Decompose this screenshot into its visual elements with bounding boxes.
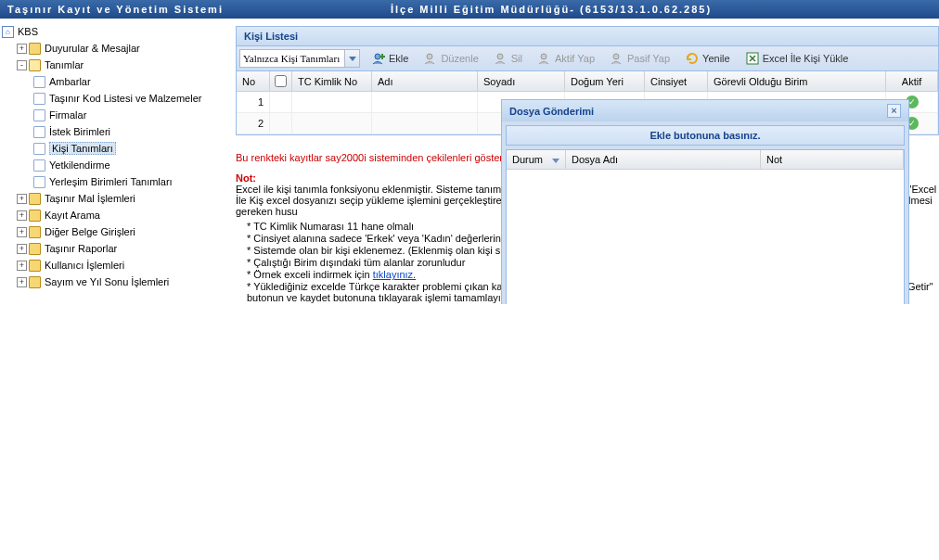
expand-icon[interactable]: +	[17, 210, 27, 221]
tree-leaf-yetki[interactable]: Yetkilendirme	[0, 156, 228, 172]
tree-leaf-kisi[interactable]: Kişi Tanımları	[0, 139, 228, 156]
panel-toolbar: Ekle Düzenle Sil Aktif Yap Pasif Yap Yen…	[237, 46, 938, 71]
folder-icon	[29, 43, 41, 55]
refresh-icon	[685, 51, 700, 66]
col-birim[interactable]: Görevli Olduğu Birim	[708, 71, 886, 91]
excel-icon	[745, 51, 760, 66]
page-icon	[33, 93, 45, 105]
page-icon	[33, 143, 45, 155]
user-add-icon	[371, 51, 386, 66]
app-header: Taşınır Kayıt ve Yönetim Sistemi İlçe Mi…	[0, 0, 939, 19]
excel-yukle-button[interactable]: Excel İle Kişi Yükle	[741, 49, 853, 68]
col-cinsiyet[interactable]: Cinsiyet	[645, 71, 708, 91]
tree-node-sayim[interactable]: +Sayım ve Yıl Sonu İşlemleri	[0, 273, 228, 289]
col-tckimlik[interactable]: TC Kimlik No	[292, 71, 372, 91]
col-dogum[interactable]: Doğum Yeri	[565, 71, 645, 91]
svg-point-1	[427, 54, 432, 59]
expand-icon[interactable]: +	[17, 44, 27, 54]
grid-header: No TC Kimlik No Adı Soyadı Doğum Yeri Ci…	[237, 71, 938, 92]
close-icon[interactable]: ×	[887, 104, 901, 118]
folder-icon	[29, 210, 41, 222]
folder-open-icon	[29, 59, 41, 71]
user-edit-icon	[423, 51, 438, 66]
ornek-excel-link[interactable]: tıklayınız.	[373, 269, 416, 280]
kbs-icon: ⌂	[2, 26, 14, 38]
tree-leaf-kodlistesi[interactable]: Taşınır Kod Listesi ve Malzemeler	[0, 89, 228, 106]
expand-icon[interactable]: +	[17, 244, 27, 254]
collapse-icon[interactable]: -	[17, 60, 27, 70]
svg-point-3	[541, 54, 547, 59]
aktif-yap-button: Aktif Yap	[534, 49, 598, 68]
tree-leaf-istek[interactable]: İstek Birimleri	[0, 122, 228, 139]
tree-leaf-firmalar[interactable]: Firmalar	[0, 106, 228, 122]
dialog-body: Durum Dosya Adı Not	[506, 149, 905, 304]
expand-icon[interactable]: +	[17, 194, 27, 204]
duzenle-button: Düzenle	[419, 49, 482, 68]
sil-button: Sil	[490, 49, 526, 68]
tree-leaf-ambarlar[interactable]: Ambarlar	[0, 72, 228, 89]
dialog-header[interactable]: Dosya Gönderimi ×	[502, 100, 908, 121]
col-ad[interactable]: Adı	[372, 71, 478, 91]
col-checkbox[interactable]	[270, 71, 292, 91]
folder-icon	[29, 276, 41, 288]
folder-icon	[29, 226, 41, 238]
expand-icon[interactable]: +	[17, 277, 27, 287]
user-passive-icon	[610, 51, 624, 66]
svg-point-2	[497, 54, 503, 59]
page-icon	[33, 176, 45, 188]
tree-node-diger[interactable]: +Diğer Belge Girişleri	[0, 223, 228, 239]
expand-icon[interactable]: +	[17, 261, 27, 271]
panel-title: Kişi Listesi	[237, 27, 938, 46]
filter-combo[interactable]	[239, 49, 360, 68]
folder-icon	[29, 193, 41, 205]
page-icon	[33, 109, 45, 121]
expand-icon[interactable]: +	[17, 227, 27, 237]
ekle-button[interactable]: Ekle	[367, 49, 412, 68]
tree-node-kullanici[interactable]: +Kullanıcı İşlemleri	[0, 256, 228, 273]
tree-root-kbs[interactable]: ⌂KBS	[0, 22, 228, 39]
sidebar-tree: ⌂KBS +Duyurular & Mesajlar -Tanımlar Amb…	[0, 19, 228, 304]
page-icon	[33, 159, 45, 172]
header-title-right: İlçe Milli Eğitim Müdürlüğü- (6153/13.1.…	[391, 4, 712, 15]
dialog-title: Dosya Gönderimi	[509, 106, 594, 117]
tree-node-kayit[interactable]: +Kayıt Arama	[0, 206, 228, 223]
page-icon	[33, 126, 45, 138]
tree-leaf-yerlesim[interactable]: Yerleşim Birimleri Tanımları	[0, 172, 228, 189]
chevron-down-icon[interactable]	[344, 50, 359, 67]
sort-desc-icon	[552, 154, 560, 165]
col-not[interactable]: Not	[761, 150, 904, 169]
dosya-gonderimi-dialog: Dosya Gönderimi × Ekle butonuna basınız.…	[501, 99, 909, 304]
folder-icon	[29, 260, 41, 272]
user-delete-icon	[494, 51, 508, 66]
col-dosya[interactable]: Dosya Adı	[566, 150, 761, 169]
dialog-grid-empty	[507, 170, 904, 304]
filter-combo-input[interactable]	[240, 50, 344, 67]
tree-node-mal[interactable]: +Taşınır Mal İşlemleri	[0, 189, 228, 206]
page-icon	[33, 76, 45, 88]
dialog-grid-header: Durum Dosya Adı Not	[507, 150, 904, 170]
tree-node-duyurular[interactable]: +Duyurular & Mesajlar	[0, 39, 228, 56]
col-aktif[interactable]: Aktif	[886, 71, 938, 91]
col-soyad[interactable]: Soyadı	[478, 71, 565, 91]
tree-node-rapor[interactable]: +Taşınır Raporlar	[0, 239, 228, 256]
svg-point-4	[613, 54, 619, 59]
folder-icon	[29, 243, 41, 255]
tree-node-tanimlar[interactable]: -Tanımlar	[0, 56, 228, 72]
col-no[interactable]: No	[237, 71, 270, 91]
pasif-yap-button: Pasif Yap	[606, 49, 674, 68]
dialog-banner: Ekle butonuna basınız.	[506, 125, 905, 146]
yenile-button[interactable]: Yenile	[681, 49, 734, 68]
select-all-checkbox[interactable]	[275, 75, 287, 87]
header-title-left: Taşınır Kayıt ve Yönetim Sistemi	[7, 0, 224, 19]
col-durum[interactable]: Durum	[507, 150, 566, 169]
user-active-icon	[537, 51, 552, 66]
